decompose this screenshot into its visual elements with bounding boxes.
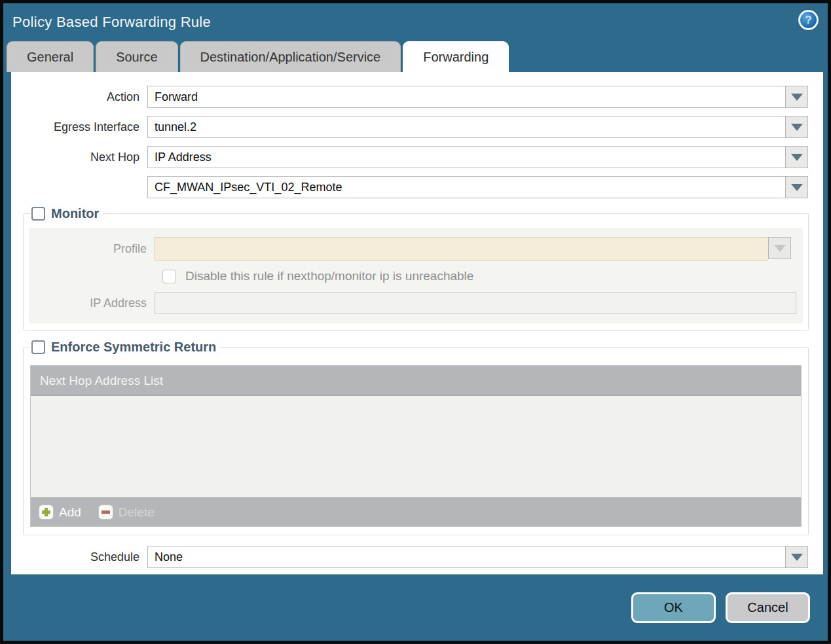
- disable-rule-checkbox: [162, 270, 176, 283]
- monitor-ip-row: IP Address: [29, 292, 803, 314]
- footer-buttons: OK Cancel: [631, 592, 810, 623]
- cancel-button[interactable]: Cancel: [726, 592, 810, 623]
- next-hop-address-table: Next Hop Address List Add Delete: [30, 365, 802, 527]
- egress-interface-dropdown-button[interactable]: [785, 116, 808, 138]
- tab-content-forwarding: Action Egress Interface Next Hop: [11, 72, 823, 575]
- dialog-title: Policy Based Forwarding Rule: [3, 3, 828, 31]
- action-combo: [147, 86, 808, 108]
- tab-general[interactable]: General: [7, 41, 94, 72]
- profile-label: Profile: [29, 242, 155, 256]
- delete-button: Delete: [98, 505, 155, 520]
- help-icon[interactable]: ?: [798, 10, 819, 30]
- monitor-ip-input: [155, 292, 796, 314]
- add-button[interactable]: Add: [39, 505, 81, 520]
- next-hop-dropdown-button[interactable]: [785, 146, 808, 168]
- action-label: Action: [11, 90, 147, 104]
- schedule-dropdown-button[interactable]: [785, 546, 808, 568]
- symmetric-return-legend-label: Enforce Symmetric Return: [51, 340, 216, 355]
- chevron-down-icon: [791, 154, 803, 161]
- dialog-titlebar: Policy Based Forwarding Rule ?: [3, 3, 828, 41]
- schedule-combo: [147, 546, 808, 568]
- symmetric-return-fieldset: Enforce Symmetric Return Next Hop Addres…: [23, 340, 809, 535]
- egress-interface-row: Egress Interface: [11, 116, 823, 138]
- next-hop-address-table-header: Next Hop Address List: [31, 366, 801, 396]
- add-button-label: Add: [59, 505, 81, 520]
- ok-button[interactable]: OK: [631, 592, 716, 623]
- symmetric-return-legend: Enforce Symmetric Return: [30, 340, 220, 355]
- profile-combo: [155, 237, 791, 260]
- profile-input: [155, 237, 768, 260]
- schedule-row: Schedule: [11, 546, 823, 568]
- next-hop-label: Next Hop: [11, 151, 147, 164]
- chevron-down-icon: [791, 554, 803, 561]
- delete-button-label: Delete: [119, 505, 155, 520]
- next-hop-address-table-body[interactable]: [31, 396, 801, 497]
- schedule-input[interactable]: [147, 546, 785, 568]
- tab-destination-application-service[interactable]: Destination/Application/Service: [180, 41, 401, 72]
- chevron-down-icon: [774, 245, 786, 252]
- next-hop-address-combo: [147, 176, 808, 198]
- monitor-legend: Monitor: [30, 206, 103, 221]
- schedule-label: Schedule: [11, 550, 147, 564]
- chevron-down-icon: [791, 184, 803, 191]
- egress-interface-label: Egress Interface: [11, 120, 147, 134]
- chevron-down-icon: [791, 124, 803, 131]
- next-hop-row: Next Hop: [11, 146, 823, 168]
- egress-interface-input[interactable]: [147, 116, 785, 138]
- next-hop-address-table-toolbar: Add Delete: [31, 497, 801, 526]
- monitor-fieldset: Monitor Profile Disable this rule if: [23, 206, 809, 331]
- profile-dropdown-button: [768, 237, 791, 259]
- monitor-checkbox[interactable]: [31, 207, 45, 221]
- symmetric-return-checkbox[interactable]: [31, 340, 45, 354]
- disable-rule-check-group: Disable this rule if nexthop/monitor ip …: [29, 269, 473, 283]
- action-dropdown-button[interactable]: [785, 86, 808, 108]
- pbf-rule-dialog: Policy Based Forwarding Rule ? General S…: [0, 0, 831, 644]
- dialog-footer: OK Cancel: [3, 575, 828, 641]
- action-row: Action: [11, 86, 823, 108]
- minus-icon: [98, 505, 113, 520]
- monitor-panel: Profile Disable this rule if nexthop/mon…: [29, 228, 803, 323]
- action-input[interactable]: [147, 86, 785, 108]
- profile-row: Profile: [29, 237, 803, 260]
- plus-icon: [39, 505, 54, 520]
- next-hop-combo: [147, 146, 808, 168]
- next-hop-address-dropdown-button[interactable]: [785, 176, 808, 198]
- tab-bar: General Source Destination/Application/S…: [3, 41, 828, 72]
- disable-rule-row: Disable this rule if nexthop/monitor ip …: [29, 269, 803, 283]
- chevron-down-icon: [791, 94, 803, 101]
- next-hop-address-row: [11, 176, 823, 198]
- disable-rule-label: Disable this rule if nexthop/monitor ip …: [185, 269, 473, 283]
- tab-forwarding[interactable]: Forwarding: [403, 41, 509, 72]
- question-mark-glyph: ?: [805, 14, 811, 26]
- egress-interface-combo: [147, 116, 808, 138]
- next-hop-address-input[interactable]: [147, 176, 785, 198]
- monitor-ip-label: IP Address: [29, 296, 155, 310]
- next-hop-type-input[interactable]: [147, 146, 785, 168]
- tab-source[interactable]: Source: [96, 41, 177, 72]
- monitor-legend-label: Monitor: [51, 206, 99, 221]
